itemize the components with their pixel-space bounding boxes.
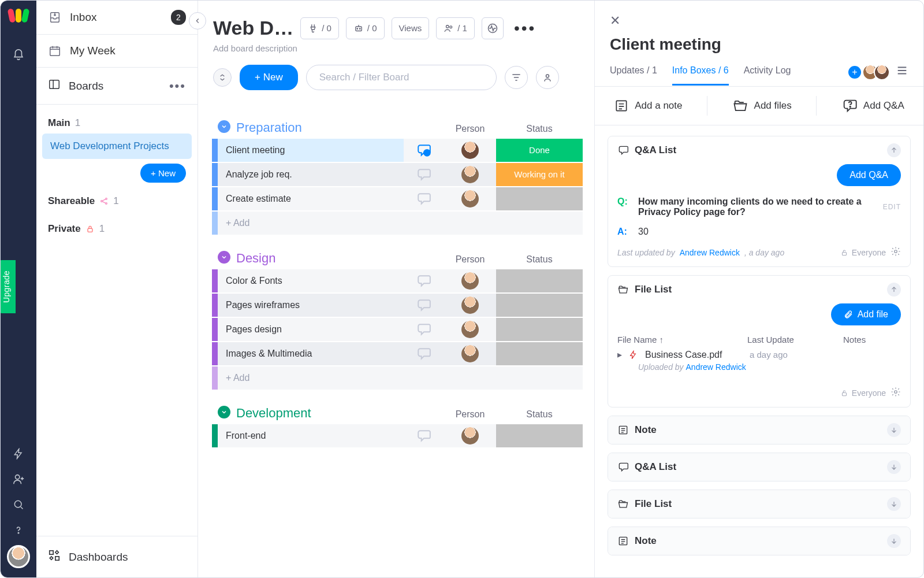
collapse-groups-button[interactable] bbox=[213, 68, 232, 87]
panel-menu-icon[interactable] bbox=[896, 64, 908, 80]
item-name[interactable]: Images & Multimedia bbox=[218, 342, 404, 365]
expand-down-icon[interactable] bbox=[887, 497, 901, 511]
table-row[interactable]: Pages design bbox=[212, 318, 583, 341]
chat-icon[interactable]: 1 bbox=[404, 139, 444, 162]
expand-down-icon[interactable] bbox=[887, 534, 901, 548]
item-name[interactable]: Color & Fonts bbox=[218, 269, 404, 292]
bolt-icon[interactable] bbox=[8, 443, 29, 464]
group-toggle-icon[interactable] bbox=[218, 120, 230, 133]
person-cell[interactable] bbox=[444, 163, 496, 186]
tab-infoboxes[interactable]: Info Boxes / 6 bbox=[672, 65, 729, 86]
chip-automations[interactable]: / 0 bbox=[300, 17, 339, 39]
status-cell[interactable] bbox=[496, 318, 583, 341]
status-cell[interactable] bbox=[496, 269, 583, 292]
sidebar-myweek[interactable]: My Week bbox=[36, 35, 198, 68]
sidebar-new-button[interactable]: + New bbox=[140, 164, 186, 183]
help-icon[interactable] bbox=[8, 520, 29, 540]
status-cell[interactable] bbox=[496, 294, 583, 317]
item-name[interactable]: Pages wireframes bbox=[218, 294, 404, 317]
upgrade-button[interactable]: Upgrade bbox=[0, 260, 16, 313]
collapsed-card[interactable]: Q&A List bbox=[608, 453, 911, 481]
updated-by-link[interactable]: Andrew Redwick bbox=[680, 248, 740, 257]
expand-down-icon[interactable] bbox=[887, 423, 901, 437]
collapsed-card[interactable]: File List bbox=[608, 490, 911, 518]
user-avatar[interactable] bbox=[7, 545, 30, 568]
item-name[interactable]: Pages design bbox=[218, 318, 404, 341]
board-search-input[interactable] bbox=[306, 65, 497, 90]
section-private[interactable]: Private 1 bbox=[36, 210, 198, 238]
tab-activity[interactable]: Activity Log bbox=[744, 65, 791, 86]
action-add-qa[interactable]: Add Q&A bbox=[841, 98, 904, 114]
group-toggle-icon[interactable] bbox=[218, 406, 230, 418]
action-add-note[interactable]: Add a note bbox=[614, 98, 682, 113]
chat-icon[interactable] bbox=[404, 318, 444, 341]
collapsed-card[interactable]: Note bbox=[608, 416, 911, 444]
person-cell[interactable] bbox=[444, 269, 496, 292]
person-cell[interactable] bbox=[444, 342, 496, 365]
table-row[interactable]: Color & Fonts bbox=[212, 269, 583, 292]
section-shareable[interactable]: Shareable 1 bbox=[36, 183, 198, 210]
table-row[interactable]: Analyze job req. Working on it bbox=[212, 163, 583, 186]
qa-edit-button[interactable]: EDIT bbox=[883, 203, 901, 211]
table-row[interactable]: Client meeting 1 Done bbox=[212, 139, 583, 162]
sidebar-inbox[interactable]: Inbox 2 bbox=[36, 1, 198, 35]
group-title[interactable]: Preparation bbox=[236, 120, 302, 135]
sidebar-boards[interactable]: Boards ••• bbox=[36, 68, 198, 105]
invite-icon[interactable] bbox=[8, 469, 29, 490]
filter-icon[interactable] bbox=[505, 66, 528, 89]
gear-icon[interactable] bbox=[891, 387, 901, 399]
collapse-sidebar-button[interactable] bbox=[189, 12, 206, 29]
collapse-up-icon[interactable] bbox=[887, 283, 901, 297]
chat-icon[interactable] bbox=[404, 294, 444, 317]
person-filter-icon[interactable] bbox=[536, 66, 559, 89]
add-file-button[interactable]: Add file bbox=[831, 303, 901, 325]
table-row[interactable]: Front-end bbox=[212, 424, 583, 447]
gear-icon[interactable] bbox=[891, 246, 901, 258]
boards-more-icon[interactable]: ••• bbox=[169, 79, 186, 94]
close-icon[interactable]: ✕ bbox=[610, 13, 626, 28]
status-cell[interactable] bbox=[496, 424, 583, 447]
item-name[interactable]: Front-end bbox=[218, 424, 404, 447]
person-cell[interactable] bbox=[444, 139, 496, 162]
group-toggle-icon[interactable] bbox=[218, 251, 230, 264]
file-row[interactable]: ▸ Business Case.pdf a day ago bbox=[608, 347, 910, 362]
search-icon[interactable] bbox=[8, 494, 29, 515]
panel-avatars[interactable] bbox=[867, 64, 890, 80]
chat-icon[interactable] bbox=[404, 269, 444, 292]
group-title[interactable]: Development bbox=[236, 406, 311, 421]
bell-icon[interactable] bbox=[8, 45, 29, 65]
collapsed-card[interactable]: Note bbox=[608, 527, 911, 555]
group-title[interactable]: Design bbox=[236, 251, 275, 266]
collapse-up-icon[interactable] bbox=[887, 143, 901, 157]
table-row[interactable]: Create estimate bbox=[212, 187, 583, 210]
expand-icon[interactable]: ▸ bbox=[617, 349, 622, 360]
status-cell[interactable] bbox=[496, 342, 583, 365]
chat-icon[interactable] bbox=[404, 163, 444, 186]
chip-integrations[interactable]: / 0 bbox=[346, 17, 385, 39]
chat-icon[interactable] bbox=[404, 187, 444, 210]
board-item-active[interactable]: Web Development Projects bbox=[42, 134, 192, 159]
uploaded-by-link[interactable]: Andrew Redwick bbox=[686, 362, 746, 372]
person-cell[interactable] bbox=[444, 294, 496, 317]
status-cell[interactable] bbox=[496, 187, 583, 210]
tab-updates[interactable]: Updates / 1 bbox=[610, 65, 657, 86]
status-cell[interactable]: Working on it bbox=[496, 163, 583, 186]
add-item-row[interactable]: + Add bbox=[212, 212, 583, 235]
sidebar-dashboards[interactable]: Dashboards bbox=[36, 536, 198, 577]
person-cell[interactable] bbox=[444, 187, 496, 210]
person-cell[interactable] bbox=[444, 424, 496, 447]
item-name[interactable]: Analyze job req. bbox=[218, 163, 404, 186]
add-item-row[interactable]: + Add bbox=[212, 366, 583, 390]
item-name[interactable]: Client meeting bbox=[218, 139, 404, 162]
chip-activity[interactable] bbox=[482, 17, 504, 39]
chat-icon[interactable] bbox=[404, 424, 444, 447]
board-title[interactable]: Web D… bbox=[213, 17, 293, 39]
section-main[interactable]: Main 1 bbox=[36, 105, 198, 132]
person-cell[interactable] bbox=[444, 318, 496, 341]
table-row[interactable]: Pages wireframes bbox=[212, 294, 583, 317]
action-add-files[interactable]: Add files bbox=[732, 98, 792, 114]
item-name[interactable]: Create estimate bbox=[218, 187, 404, 210]
add-member-icon[interactable]: + bbox=[848, 66, 861, 79]
new-item-button[interactable]: + New bbox=[240, 65, 298, 90]
chip-views[interactable]: Views bbox=[392, 17, 430, 39]
